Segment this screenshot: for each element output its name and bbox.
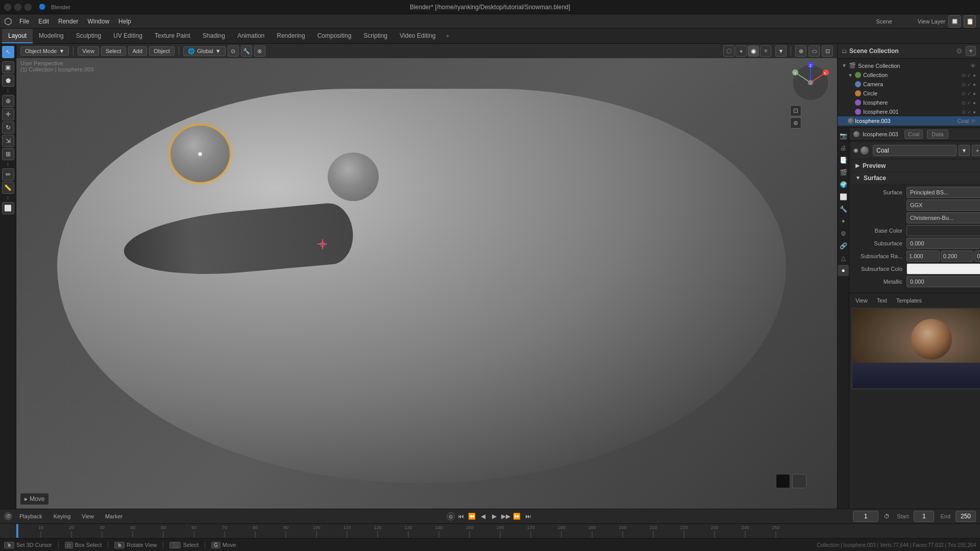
measure-button[interactable]: 📏 bbox=[2, 182, 14, 194]
christensen-dropdown[interactable]: Christensen-Bu... ▼ bbox=[906, 212, 980, 223]
eye-right-mesh[interactable] bbox=[328, 153, 379, 201]
sync-icon[interactable]: ⊙ bbox=[447, 512, 455, 520]
cursor-tool-button[interactable]: ⊕ bbox=[2, 95, 14, 107]
scale-tool-button[interactable]: ⇲ bbox=[2, 135, 14, 147]
lasso-select-button[interactable]: ⬟ bbox=[2, 74, 14, 87]
particles-props-icon[interactable]: ✦ bbox=[838, 216, 849, 227]
prev-keyframe-btn[interactable]: ⏪ bbox=[467, 511, 477, 521]
blender-logo-icon[interactable]: ⬡ bbox=[4, 16, 12, 27]
maximize-button[interactable] bbox=[14, 4, 21, 11]
snap-btn[interactable]: 🔧 bbox=[241, 45, 252, 57]
icosphere001-visibility[interactable]: ⊙ ✓ ● bbox=[962, 109, 976, 115]
snowman-scene[interactable] bbox=[16, 58, 837, 509]
preview-toggle[interactable]: ▶ Preview bbox=[851, 160, 980, 171]
material-props-icon[interactable]: ● bbox=[838, 265, 849, 276]
view-layer-props-icon[interactable]: 📑 bbox=[838, 155, 849, 166]
playhead[interactable] bbox=[16, 524, 17, 538]
render-props-icon[interactable]: 📷 bbox=[838, 130, 849, 141]
transform-tool-button[interactable]: ⊞ bbox=[2, 148, 14, 160]
tab-compositing[interactable]: Compositing bbox=[311, 29, 358, 43]
add-menu[interactable]: Add bbox=[128, 46, 148, 56]
tab-scripting[interactable]: Scripting bbox=[357, 29, 394, 43]
add-workspace-button[interactable]: + bbox=[442, 29, 454, 43]
ggx-dropdown[interactable]: GGX ▼ bbox=[906, 199, 980, 211]
start-frame-input[interactable] bbox=[914, 511, 934, 522]
tab-sculpting[interactable]: Sculpting bbox=[70, 29, 107, 43]
world-props-icon[interactable]: 🌍 bbox=[838, 179, 849, 190]
subsurface-rad-r[interactable]: 1.000 bbox=[906, 251, 940, 262]
tree-item-collection[interactable]: ▼ Collection ⊙ ✓ ● bbox=[838, 70, 980, 80]
tab-uv-editing[interactable]: UV Editing bbox=[107, 29, 149, 43]
tab-animation[interactable]: Animation bbox=[231, 29, 271, 43]
timeline-ruler[interactable]: 10 20 30 40 50 60 70 80 90 100 bbox=[0, 523, 980, 538]
add-cube-button[interactable]: ⬜ bbox=[2, 202, 14, 214]
object-props-icon[interactable]: ⬜ bbox=[838, 191, 849, 203]
select-tool-button[interactable]: ↖ bbox=[2, 46, 14, 58]
collection-filter-btn[interactable]: ⚙ bbox=[956, 47, 963, 55]
current-frame-input[interactable] bbox=[853, 511, 878, 522]
solid-shade-btn[interactable]: ● bbox=[736, 45, 747, 57]
next-keyframe-btn[interactable]: ⏩ bbox=[512, 511, 522, 521]
tree-item-icosphere001[interactable]: Icosphere.001 ⊙ ✓ ● bbox=[838, 107, 980, 116]
object-menu[interactable]: Object bbox=[149, 46, 175, 56]
view-tab[interactable]: View bbox=[78, 512, 98, 520]
subsurface-rad-b[interactable]: 0.100 bbox=[974, 251, 980, 262]
end-frame-input[interactable] bbox=[955, 511, 976, 522]
view-layer-icon[interactable]: 📋 bbox=[964, 15, 976, 28]
view-tab-btn[interactable]: View bbox=[851, 296, 872, 305]
data-props-icon[interactable]: △ bbox=[838, 253, 849, 264]
perspective-toggle-btn[interactable]: ⊡ bbox=[790, 105, 801, 116]
tree-item-icosphere[interactable]: Icosphere ⊙ ✓ ● bbox=[838, 98, 980, 107]
scene-icon[interactable]: 🔲 bbox=[948, 15, 961, 28]
coal-material-badge[interactable]: Coal bbox=[904, 130, 923, 139]
rendered-shade-btn[interactable]: ☀ bbox=[760, 45, 771, 57]
tab-modeling[interactable]: Modeling bbox=[33, 29, 70, 43]
tree-item-icosphere003[interactable]: Icosphere.003 Coal 👁 bbox=[838, 116, 980, 126]
metallic-value[interactable]: 0.000 bbox=[906, 276, 980, 287]
camera-visibility[interactable]: ⊙ ✓ ● bbox=[962, 82, 976, 87]
modifier-props-icon[interactable]: 🔧 bbox=[838, 204, 849, 215]
scene-collection-root[interactable]: ▼ 🎬 Scene Collection 👁 bbox=[838, 61, 980, 70]
move-tool-button[interactable]: ✛ bbox=[2, 108, 14, 120]
annotate-button[interactable]: ✏ bbox=[2, 168, 14, 181]
tab-shading[interactable]: Shading bbox=[197, 29, 231, 43]
surface-toggle[interactable]: ▼ Surface bbox=[851, 172, 980, 184]
material-shade-btn[interactable]: ◉ bbox=[748, 45, 759, 57]
subsurface-value[interactable]: 0.000 bbox=[906, 238, 980, 249]
data-label-btn[interactable]: Data bbox=[927, 130, 948, 139]
prev-frame-btn[interactable]: ◀ bbox=[478, 511, 488, 521]
select-menu[interactable]: Select bbox=[101, 46, 126, 56]
scene-props-icon[interactable]: 🎬 bbox=[838, 167, 849, 178]
tab-texture-paint[interactable]: Texture Paint bbox=[149, 29, 197, 43]
local-global-btn[interactable]: ⊛ bbox=[790, 117, 801, 129]
timeline-ruler-svg[interactable]: 10 20 30 40 50 60 70 80 90 100 bbox=[10, 524, 980, 538]
object-mode-dropdown[interactable]: Object Mode ▼ bbox=[20, 46, 69, 56]
scene-collection-eye[interactable]: 👁 bbox=[970, 63, 976, 69]
tab-rendering[interactable]: Rendering bbox=[271, 29, 311, 43]
rotate-tool-button[interactable]: ↻ bbox=[2, 121, 14, 134]
output-props-icon[interactable]: 🖨 bbox=[838, 142, 849, 154]
window-controls[interactable]: 🔵 Blender bbox=[4, 4, 70, 11]
tree-item-camera[interactable]: Camera ⊙ ✓ ● bbox=[838, 80, 980, 89]
material-new-btn[interactable]: + bbox=[972, 145, 980, 156]
menu-file[interactable]: File bbox=[15, 16, 33, 27]
subsurface-rad-g[interactable]: 0.200 bbox=[941, 251, 974, 262]
pivot-point-btn[interactable]: ⊙ bbox=[228, 45, 239, 57]
menu-window[interactable]: Window bbox=[83, 16, 113, 27]
wire-shade-btn[interactable]: ⬡ bbox=[723, 45, 734, 57]
navigation-gizmo[interactable]: X Y Z bbox=[790, 62, 831, 103]
text-tab-btn[interactable]: Text bbox=[873, 296, 891, 305]
minimize-button[interactable] bbox=[4, 4, 11, 11]
marker-tab[interactable]: Marker bbox=[101, 512, 127, 520]
play-btn[interactable]: ▶ bbox=[489, 511, 500, 521]
timeline-mode-icon[interactable]: ⏱ bbox=[4, 512, 12, 520]
circle-visibility[interactable]: ⊙ ✓ ● bbox=[962, 91, 976, 96]
surface-shader-dropdown[interactable]: Principled BS... ▼ bbox=[906, 187, 980, 198]
menu-render[interactable]: Render bbox=[54, 16, 82, 27]
box-select-button[interactable]: ▣ bbox=[2, 61, 14, 73]
subsurface-color-swatch[interactable] bbox=[906, 263, 980, 274]
next-frame-btn[interactable]: ▶▶ bbox=[501, 511, 511, 521]
keying-tab[interactable]: Keying bbox=[50, 512, 75, 520]
eye-left-mesh[interactable] bbox=[169, 124, 231, 183]
base-color-swatch[interactable] bbox=[906, 225, 980, 236]
